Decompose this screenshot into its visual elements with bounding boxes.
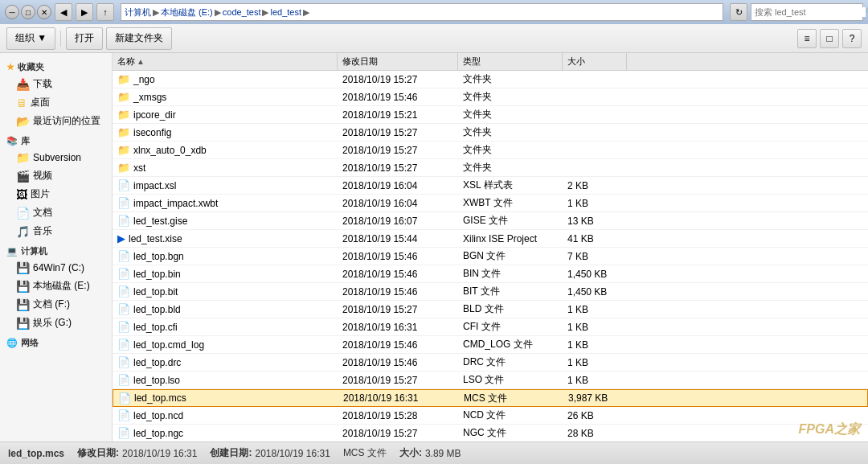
- table-row[interactable]: 📄 led_top.bgn 2018/10/19 15:46 BGN 文件 7 …: [113, 248, 868, 265]
- toolbar-separator: [60, 31, 61, 47]
- back-button[interactable]: ◀: [55, 3, 72, 21]
- file-date-cell: 2018/10/19 15:27: [338, 71, 458, 88]
- minimize-button[interactable]: ─: [5, 5, 19, 19]
- breadcrumb-code-test[interactable]: code_test: [223, 7, 261, 17]
- file-name-cell: 📄 led_top.ngc: [113, 425, 338, 441]
- sidebar-item-c-drive[interactable]: 💾 64Win7 (C:): [0, 259, 112, 277]
- table-row[interactable]: 📁 _ngo 2018/10/19 15:27 文件夹: [113, 71, 868, 88]
- close-button[interactable]: ✕: [37, 5, 51, 19]
- table-row[interactable]: 📁 xst 2018/10/19 15:27 文件夹: [113, 159, 868, 177]
- file-name-cell: 📄 impact.xsl: [113, 177, 338, 194]
- file-name-cell: 📁 iseconfig: [113, 124, 338, 141]
- file-name-cell: 📄 led_top.bit: [113, 283, 338, 300]
- table-row[interactable]: 📄 led_top.mcs 2018/10/19 16:31 MCS 文件 3,…: [113, 389, 868, 407]
- view-detail-button[interactable]: □: [820, 29, 839, 48]
- file-size-cell: 1 KB: [563, 301, 627, 318]
- folder-icon: 📁: [117, 144, 130, 156]
- table-row[interactable]: 📄 impact.xsl 2018/10/19 16:04 XSL 样式表 2 …: [113, 177, 868, 195]
- table-row[interactable]: ▶ led_test.xise 2018/10/19 15:44 Xilinx …: [113, 230, 868, 248]
- sidebar-item-video[interactable]: 🎬 视频: [0, 166, 112, 185]
- file-type-cell: CMD_LOG 文件: [458, 336, 563, 353]
- file-name-cell: 📄 led_test.gise: [113, 212, 338, 229]
- table-row[interactable]: 📄 led_test.gise 2018/10/19 16:07 GISE 文件…: [113, 212, 868, 230]
- table-row[interactable]: 📄 led_top.ngc 2018/10/19 15:27 NGC 文件 28…: [113, 425, 868, 441]
- file-list-container[interactable]: 名称 ▲ 修改日期 类型 大小 📁 _ngo 2018/10/19 15:27 …: [113, 53, 868, 441]
- file-size: 28 KB: [567, 428, 594, 439]
- sidebar-item-subversion[interactable]: 📁 Subversion: [0, 149, 112, 166]
- file-date-cell: 2018/10/19 16:31: [338, 318, 458, 335]
- file-date: 2018/10/19 15:46: [342, 339, 417, 351]
- file-date: 2018/10/19 16:31: [343, 392, 418, 404]
- sidebar: ★ 收藏夹 📥 下载 🖥 桌面 📂 最近访问的位置 📚 库 📁 Subversi…: [0, 53, 113, 441]
- breadcrumb-computer[interactable]: 计算机: [125, 6, 151, 18]
- file-size: 1 KB: [567, 198, 588, 209]
- file-type: LSO 文件: [463, 373, 504, 387]
- sidebar-item-documents[interactable]: 📄 文档: [0, 203, 112, 222]
- breadcrumb-led-test[interactable]: led_test: [270, 7, 301, 17]
- help-button[interactable]: ?: [842, 29, 862, 48]
- new-folder-button[interactable]: 新建文件夹: [106, 27, 172, 50]
- sidebar-item-f-drive[interactable]: 💾 文档 (F:): [0, 295, 112, 314]
- xsl-icon: 📄: [117, 179, 130, 191]
- sidebar-item-downloads[interactable]: 📥 下载: [0, 75, 112, 93]
- g-drive-icon: 💾: [16, 317, 30, 330]
- breadcrumb-drive[interactable]: 本地磁盘 (E:): [161, 6, 213, 18]
- file-name-cell: 📄 led_top.bin: [113, 265, 338, 282]
- table-row[interactable]: 📁 ipcore_dir 2018/10/19 15:21 文件夹: [113, 106, 868, 124]
- col-header-size[interactable]: 大小: [563, 53, 627, 70]
- col-header-name[interactable]: 名称 ▲: [113, 53, 338, 70]
- file-size-cell: [563, 106, 627, 123]
- col-header-date[interactable]: 修改日期: [338, 53, 458, 70]
- file-icon: 📄: [117, 215, 130, 227]
- file-date: 2018/10/19 15:27: [342, 145, 417, 156]
- sort-arrow: ▲: [137, 57, 145, 66]
- table-row[interactable]: 📄 led_top.drc 2018/10/19 15:46 DRC 文件 1 …: [113, 354, 868, 372]
- file-size: 1 KB: [567, 304, 588, 315]
- file-type: BLD 文件: [463, 302, 504, 316]
- sidebar-item-pictures[interactable]: 🖼 图片: [0, 185, 112, 203]
- maximize-button[interactable]: □: [21, 5, 35, 19]
- table-row[interactable]: 📄 led_top.cfi 2018/10/19 16:31 CFI 文件 1 …: [113, 318, 868, 336]
- music-icon: 🎵: [16, 225, 30, 238]
- forward-button[interactable]: ▶: [76, 3, 93, 21]
- search-box[interactable]: 🔍: [751, 3, 863, 21]
- file-name: led_top.cmd_log: [133, 339, 204, 351]
- table-row[interactable]: 📄 led_top.bin 2018/10/19 15:46 BIN 文件 1,…: [113, 265, 868, 283]
- table-row[interactable]: 📄 led_top.bit 2018/10/19 15:46 BIT 文件 1,…: [113, 283, 868, 301]
- library-header: 📚 库: [0, 130, 112, 149]
- sidebar-item-recent[interactable]: 📂 最近访问的位置: [0, 112, 112, 130]
- sidebar-item-g-drive[interactable]: 💾 娱乐 (G:): [0, 314, 112, 332]
- file-type-cell: CFI 文件: [458, 318, 563, 335]
- table-row[interactable]: 📁 _xmsgs 2018/10/19 15:46 文件夹: [113, 88, 868, 106]
- file-date-cell: 2018/10/19 15:46: [338, 248, 458, 265]
- file-date: 2018/10/19 15:46: [342, 286, 417, 298]
- file-name: led_top.cfi: [133, 322, 178, 333]
- address-bar[interactable]: 计算机 ▶ 本地磁盘 (E:) ▶ code_test ▶ led_test ▶: [121, 3, 723, 21]
- sidebar-item-desktop[interactable]: 🖥 桌面: [0, 93, 112, 112]
- file-size: 1 KB: [567, 339, 588, 351]
- table-row[interactable]: 📄 led_top.cmd_log 2018/10/19 15:46 CMD_L…: [113, 336, 868, 354]
- col-header-type[interactable]: 类型: [458, 53, 563, 70]
- status-created: 创建日期: 2018/10/19 16:31: [210, 446, 330, 460]
- file-date-cell: 2018/10/19 15:21: [338, 106, 458, 123]
- file-date: 2018/10/19 16:04: [342, 180, 417, 191]
- search-input[interactable]: [755, 7, 866, 17]
- table-row[interactable]: 📄 impact_impact.xwbt 2018/10/19 16:04 XW…: [113, 195, 868, 212]
- table-row[interactable]: 📄 led_top.ncd 2018/10/19 15:28 NCD 文件 26…: [113, 407, 868, 425]
- open-button[interactable]: 打开: [66, 27, 103, 50]
- c-drive-icon: 💾: [16, 261, 30, 274]
- file-date: 2018/10/19 16:04: [342, 198, 417, 209]
- table-row[interactable]: 📁 iseconfig 2018/10/19 15:27 文件夹: [113, 124, 868, 142]
- refresh-button[interactable]: ↻: [730, 3, 747, 21]
- up-button[interactable]: ↑: [96, 3, 114, 21]
- view-list-button[interactable]: ≡: [797, 29, 817, 48]
- file-type: NCD 文件: [463, 409, 506, 422]
- table-row[interactable]: 📄 led_top.lso 2018/10/19 15:27 LSO 文件 1 …: [113, 372, 868, 389]
- folder-icon: 📁: [117, 162, 130, 174]
- organize-button[interactable]: 组织 ▼: [6, 27, 55, 50]
- sidebar-item-e-drive[interactable]: 💾 本地磁盘 (E:): [0, 277, 112, 295]
- table-row[interactable]: 📁 xlnx_auto_0_xdb 2018/10/19 15:27 文件夹: [113, 142, 868, 159]
- table-row[interactable]: 📄 led_top.bld 2018/10/19 15:27 BLD 文件 1 …: [113, 301, 868, 318]
- sidebar-item-music[interactable]: 🎵 音乐: [0, 222, 112, 240]
- file-name: impact_impact.xwbt: [133, 198, 218, 209]
